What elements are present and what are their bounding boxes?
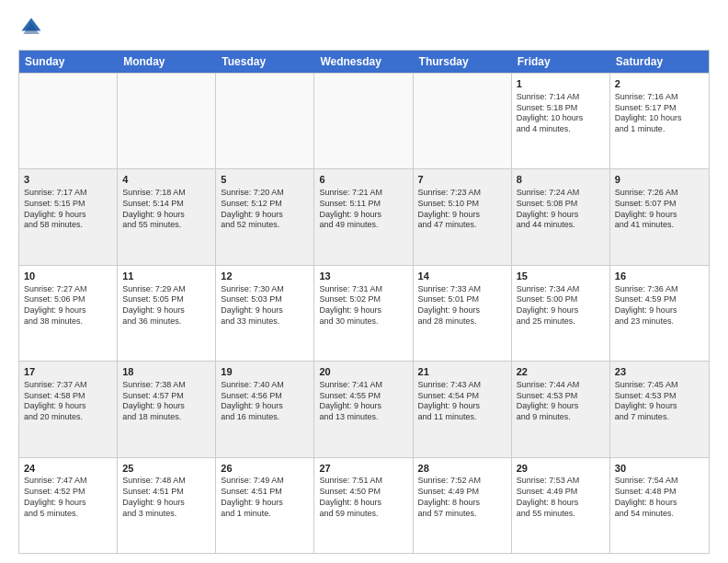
header-day-friday: Friday	[512, 51, 610, 73]
day-number: 29	[517, 462, 605, 476]
day-info: Sunrise: 7:51 AM Sunset: 4:50 PM Dayligh…	[319, 476, 407, 519]
day-number: 22	[517, 365, 605, 379]
cal-cell: 10Sunrise: 7:27 AM Sunset: 5:06 PM Dayli…	[19, 266, 118, 361]
cal-cell: 3Sunrise: 7:17 AM Sunset: 5:15 PM Daylig…	[19, 169, 118, 264]
day-info: Sunrise: 7:18 AM Sunset: 5:14 PM Dayligh…	[122, 188, 210, 231]
day-info: Sunrise: 7:41 AM Sunset: 4:55 PM Dayligh…	[319, 380, 407, 423]
day-info: Sunrise: 7:36 AM Sunset: 4:59 PM Dayligh…	[615, 284, 704, 327]
week-row-3: 10Sunrise: 7:27 AM Sunset: 5:06 PM Dayli…	[19, 265, 709, 361]
day-number: 9	[615, 173, 704, 187]
day-number: 3	[24, 173, 112, 187]
day-info: Sunrise: 7:23 AM Sunset: 5:10 PM Dayligh…	[418, 188, 506, 231]
cal-cell	[216, 74, 314, 168]
logo	[18, 15, 48, 40]
day-number: 7	[418, 173, 506, 187]
cal-cell: 15Sunrise: 7:34 AM Sunset: 5:00 PM Dayli…	[512, 266, 610, 361]
week-row-4: 17Sunrise: 7:37 AM Sunset: 4:58 PM Dayli…	[19, 361, 709, 456]
cal-cell: 11Sunrise: 7:29 AM Sunset: 5:05 PM Dayli…	[118, 266, 216, 361]
day-info: Sunrise: 7:31 AM Sunset: 5:02 PM Dayligh…	[319, 284, 407, 327]
day-info: Sunrise: 7:16 AM Sunset: 5:17 PM Dayligh…	[615, 92, 704, 135]
cal-cell: 26Sunrise: 7:49 AM Sunset: 4:51 PM Dayli…	[216, 458, 314, 553]
calendar-body: 1Sunrise: 7:14 AM Sunset: 5:18 PM Daylig…	[19, 73, 709, 553]
cal-cell: 20Sunrise: 7:41 AM Sunset: 4:55 PM Dayli…	[314, 362, 413, 456]
day-info: Sunrise: 7:24 AM Sunset: 5:08 PM Dayligh…	[517, 188, 605, 231]
day-info: Sunrise: 7:40 AM Sunset: 4:56 PM Dayligh…	[221, 380, 309, 423]
cal-cell: 25Sunrise: 7:48 AM Sunset: 4:51 PM Dayli…	[118, 458, 216, 553]
cal-cell: 24Sunrise: 7:47 AM Sunset: 4:52 PM Dayli…	[19, 458, 118, 553]
day-number: 10	[24, 270, 112, 283]
day-info: Sunrise: 7:33 AM Sunset: 5:01 PM Dayligh…	[418, 284, 506, 327]
cal-cell: 30Sunrise: 7:54 AM Sunset: 4:48 PM Dayli…	[610, 458, 709, 553]
cal-cell: 27Sunrise: 7:51 AM Sunset: 4:50 PM Dayli…	[314, 458, 413, 553]
header-day-monday: Monday	[118, 51, 216, 73]
day-number: 14	[418, 270, 506, 283]
day-number: 25	[122, 462, 210, 476]
cal-cell	[118, 74, 216, 168]
logo-icon	[18, 15, 44, 40]
header	[18, 15, 710, 40]
day-info: Sunrise: 7:26 AM Sunset: 5:07 PM Dayligh…	[615, 188, 704, 231]
cal-cell: 29Sunrise: 7:53 AM Sunset: 4:49 PM Dayli…	[512, 458, 610, 553]
cal-cell: 7Sunrise: 7:23 AM Sunset: 5:10 PM Daylig…	[414, 169, 512, 264]
day-info: Sunrise: 7:21 AM Sunset: 5:11 PM Dayligh…	[319, 188, 407, 231]
day-info: Sunrise: 7:29 AM Sunset: 5:05 PM Dayligh…	[122, 284, 210, 327]
day-info: Sunrise: 7:49 AM Sunset: 4:51 PM Dayligh…	[221, 476, 309, 519]
day-number: 12	[221, 270, 309, 283]
day-number: 8	[517, 173, 605, 187]
cal-cell: 22Sunrise: 7:44 AM Sunset: 4:53 PM Dayli…	[512, 362, 610, 456]
calendar-header: SundayMondayTuesdayWednesdayThursdayFrid…	[19, 51, 709, 73]
cal-cell: 6Sunrise: 7:21 AM Sunset: 5:11 PM Daylig…	[314, 169, 413, 264]
day-info: Sunrise: 7:53 AM Sunset: 4:49 PM Dayligh…	[517, 476, 605, 519]
day-info: Sunrise: 7:44 AM Sunset: 4:53 PM Dayligh…	[517, 380, 605, 423]
day-info: Sunrise: 7:17 AM Sunset: 5:15 PM Dayligh…	[24, 188, 112, 231]
day-number: 24	[24, 462, 112, 476]
day-number: 30	[615, 462, 704, 476]
cal-cell: 17Sunrise: 7:37 AM Sunset: 4:58 PM Dayli…	[19, 362, 118, 456]
day-info: Sunrise: 7:38 AM Sunset: 4:57 PM Dayligh…	[122, 380, 210, 423]
header-day-thursday: Thursday	[414, 51, 512, 73]
day-number: 20	[319, 365, 407, 379]
day-number: 4	[122, 173, 210, 187]
day-number: 13	[319, 270, 407, 283]
day-info: Sunrise: 7:30 AM Sunset: 5:03 PM Dayligh…	[221, 284, 309, 327]
day-number: 15	[517, 270, 605, 283]
day-info: Sunrise: 7:20 AM Sunset: 5:12 PM Dayligh…	[221, 188, 309, 231]
cal-cell	[19, 74, 118, 168]
day-info: Sunrise: 7:48 AM Sunset: 4:51 PM Dayligh…	[122, 476, 210, 519]
calendar: SundayMondayTuesdayWednesdayThursdayFrid…	[18, 50, 710, 554]
day-info: Sunrise: 7:45 AM Sunset: 4:53 PM Dayligh…	[615, 380, 704, 423]
day-number: 21	[418, 365, 506, 379]
day-info: Sunrise: 7:27 AM Sunset: 5:06 PM Dayligh…	[24, 284, 112, 327]
cal-cell: 9Sunrise: 7:26 AM Sunset: 5:07 PM Daylig…	[610, 169, 709, 264]
cal-cell: 1Sunrise: 7:14 AM Sunset: 5:18 PM Daylig…	[512, 74, 610, 168]
header-day-tuesday: Tuesday	[216, 51, 314, 73]
day-info: Sunrise: 7:34 AM Sunset: 5:00 PM Dayligh…	[517, 284, 605, 327]
header-day-saturday: Saturday	[610, 51, 709, 73]
week-row-2: 3Sunrise: 7:17 AM Sunset: 5:15 PM Daylig…	[19, 168, 709, 264]
cal-cell: 18Sunrise: 7:38 AM Sunset: 4:57 PM Dayli…	[118, 362, 216, 456]
day-number: 23	[615, 365, 704, 379]
cal-cell: 4Sunrise: 7:18 AM Sunset: 5:14 PM Daylig…	[118, 169, 216, 264]
page: SundayMondayTuesdayWednesdayThursdayFrid…	[0, 0, 728, 563]
day-number: 6	[319, 173, 407, 187]
day-number: 11	[122, 270, 210, 283]
day-number: 2	[615, 77, 704, 91]
day-info: Sunrise: 7:52 AM Sunset: 4:49 PM Dayligh…	[418, 476, 506, 519]
cal-cell: 13Sunrise: 7:31 AM Sunset: 5:02 PM Dayli…	[314, 266, 413, 361]
day-info: Sunrise: 7:43 AM Sunset: 4:54 PM Dayligh…	[418, 380, 506, 423]
day-number: 28	[418, 462, 506, 476]
cal-cell: 21Sunrise: 7:43 AM Sunset: 4:54 PM Dayli…	[414, 362, 512, 456]
day-number: 18	[122, 365, 210, 379]
cal-cell: 8Sunrise: 7:24 AM Sunset: 5:08 PM Daylig…	[512, 169, 610, 264]
day-info: Sunrise: 7:47 AM Sunset: 4:52 PM Dayligh…	[24, 476, 112, 519]
cal-cell: 2Sunrise: 7:16 AM Sunset: 5:17 PM Daylig…	[610, 74, 709, 168]
day-info: Sunrise: 7:54 AM Sunset: 4:48 PM Dayligh…	[615, 476, 704, 519]
cal-cell: 14Sunrise: 7:33 AM Sunset: 5:01 PM Dayli…	[414, 266, 512, 361]
day-number: 27	[319, 462, 407, 476]
cal-cell: 5Sunrise: 7:20 AM Sunset: 5:12 PM Daylig…	[216, 169, 314, 264]
cal-cell	[314, 74, 413, 168]
cal-cell: 19Sunrise: 7:40 AM Sunset: 4:56 PM Dayli…	[216, 362, 314, 456]
cal-cell: 28Sunrise: 7:52 AM Sunset: 4:49 PM Dayli…	[414, 458, 512, 553]
day-number: 19	[221, 365, 309, 379]
cal-cell: 12Sunrise: 7:30 AM Sunset: 5:03 PM Dayli…	[216, 266, 314, 361]
